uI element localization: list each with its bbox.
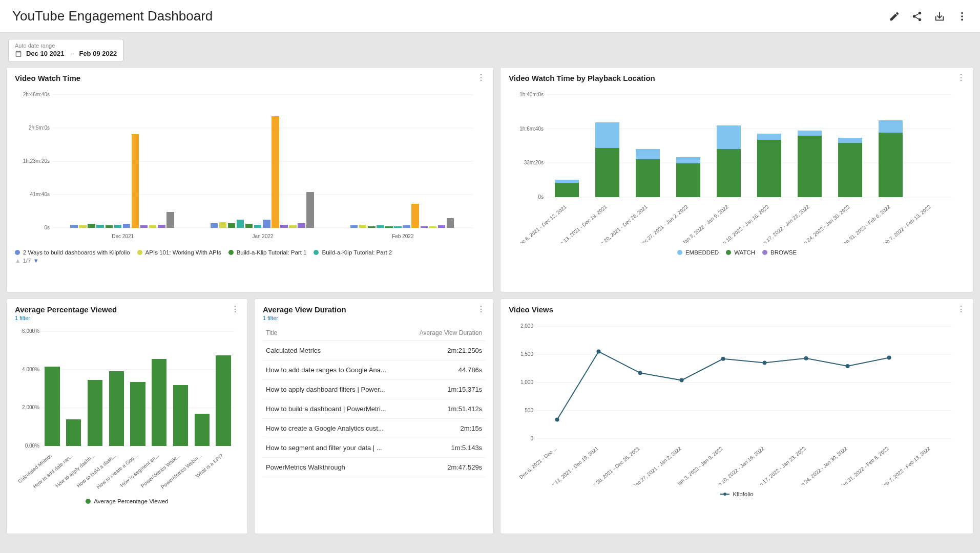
svg-text:33m:20s: 33m:20s: [524, 160, 544, 165]
svg-text:How to create a Goo...: How to create a Goo...: [96, 453, 139, 490]
svg-text:PowerMetrics Walkt...: PowerMetrics Walkt...: [140, 453, 181, 488]
svg-text:How to add date ran...: How to add date ran...: [32, 453, 74, 490]
svg-text:4,000%: 4,000%: [22, 367, 39, 372]
legend-label: Average Percentage Viewed: [94, 498, 168, 504]
legend-label: Klipfolio: [733, 491, 753, 497]
svg-point-126: [638, 371, 642, 375]
svg-rect-72: [717, 149, 741, 197]
card-playback: Video Watch Time by Playback Location ⋮ …: [500, 67, 974, 292]
svg-text:PowerMetrics Webin...: PowerMetrics Webin...: [160, 453, 203, 490]
svg-text:1,500: 1,500: [520, 351, 533, 357]
date-range-picker[interactable]: Auto date range Dec 10 2021 → Feb 09 202…: [8, 39, 123, 62]
date-end: Feb 09 2022: [79, 50, 117, 57]
svg-rect-49: [438, 225, 446, 228]
svg-rect-16: [96, 225, 104, 228]
card-subtitle: 1 filter: [15, 315, 117, 321]
svg-text:How to segment an...: How to segment an...: [119, 453, 160, 488]
svg-rect-64: [595, 122, 619, 148]
svg-text:0s: 0s: [44, 225, 50, 230]
card-menu-icon[interactable]: ⋮: [957, 74, 965, 82]
legend-item[interactable]: WATCH: [726, 249, 755, 256]
legend-pager[interactable]: ▲ 1/7 ▼: [15, 258, 485, 264]
svg-text:Jan 2022: Jan 2022: [252, 233, 274, 239]
svg-text:2,000: 2,000: [520, 323, 533, 329]
card-menu-icon[interactable]: ⋮: [957, 305, 965, 313]
table-row[interactable]: How to apply dashboard filters | Power..…: [263, 380, 485, 399]
svg-text:1h:40m:0s: 1h:40m:0s: [519, 92, 544, 97]
table-row[interactable]: How to add date ranges to Google Ana...4…: [263, 360, 485, 380]
svg-point-128: [721, 357, 725, 361]
svg-text:Jan 3, 2022 - Jan 9, 2022: Jan 3, 2022 - Jan 9, 2022: [681, 204, 729, 243]
legend-item[interactable]: Average Percentage Viewed: [86, 498, 168, 504]
svg-rect-66: [636, 159, 660, 197]
svg-rect-78: [798, 136, 822, 197]
table-row[interactable]: PowerMetrics Walkthrough2m:47.529s: [263, 458, 485, 477]
svg-text:0s: 0s: [538, 194, 544, 200]
svg-point-1: [961, 15, 963, 17]
svg-point-130: [804, 356, 808, 360]
svg-rect-50: [447, 218, 454, 228]
card-views: Video Views ⋮ 05001,0001,5002,000Dec 6, …: [500, 299, 974, 534]
table-row[interactable]: How to segment and filter your data | ..…: [263, 438, 485, 458]
legend-item[interactable]: APIs 101: Working With APIs: [137, 249, 221, 256]
chart-playback: 0s33m:20s1h:6m:40s1h:40m:0sDec 6, 2021 -…: [509, 87, 965, 245]
svg-rect-73: [717, 125, 741, 149]
svg-rect-40: [359, 225, 367, 228]
legend-label: WATCH: [734, 249, 755, 256]
dashboard-grid: Video Watch Time ⋮ 0s41m:40s1h:23m:20s2h…: [0, 67, 980, 540]
legend-dot-icon: [137, 250, 142, 255]
svg-point-132: [887, 356, 891, 360]
card-watch-time: Video Watch Time ⋮ 0s41m:40s1h:23m:20s2h…: [6, 67, 494, 292]
table-row[interactable]: How to create a Google Analytics cust...…: [263, 419, 485, 438]
card-avg-pct: Average Percentage Viewed 1 filter ⋮ 0.0…: [6, 299, 248, 534]
legend-label: APIs 101: Working With APIs: [145, 249, 221, 256]
svg-rect-46: [411, 204, 419, 228]
legend-item[interactable]: BROWSE: [762, 249, 797, 256]
card-menu-icon[interactable]: ⋮: [477, 305, 485, 313]
share-icon[interactable]: [911, 11, 923, 22]
svg-rect-15: [88, 224, 95, 228]
legend-dot-icon: [15, 250, 20, 255]
svg-rect-39: [350, 225, 358, 228]
svg-rect-26: [211, 223, 218, 228]
card-menu-icon[interactable]: ⋮: [231, 305, 239, 313]
table-header[interactable]: Average View Duration: [407, 325, 485, 341]
card-menu-icon[interactable]: ⋮: [477, 74, 485, 82]
table-cell: 2m:15s: [407, 419, 485, 438]
svg-rect-69: [676, 163, 700, 197]
card-title: Video Watch Time by Playback Location: [509, 74, 655, 82]
svg-rect-63: [595, 148, 619, 197]
table-cell: 1m:51.412s: [407, 399, 485, 419]
legend-item[interactable]: EMBEDDED: [677, 249, 719, 256]
export-icon[interactable]: [934, 11, 945, 22]
svg-rect-44: [394, 226, 402, 228]
pager-prev-icon[interactable]: ▲: [15, 258, 20, 264]
table-avg-dur: TitleAverage View DurationCalculated Met…: [263, 325, 485, 477]
legend-item[interactable]: Klipfolio: [720, 491, 753, 497]
card-avg-dur: Average View Duration 1 filter ⋮ TitleAv…: [254, 299, 494, 534]
table-cell: PowerMetrics Walkthrough: [263, 458, 407, 477]
edit-icon[interactable]: [889, 11, 900, 22]
svg-point-124: [555, 418, 559, 422]
legend-dot-icon: [314, 250, 319, 255]
svg-rect-23: [158, 225, 165, 228]
table-row[interactable]: How to build a dashboard | PowerMetri...…: [263, 399, 485, 419]
more-icon[interactable]: [956, 11, 968, 22]
svg-point-0: [961, 12, 963, 14]
date-auto-label: Auto date range: [15, 42, 117, 49]
legend-label: BROWSE: [770, 249, 797, 256]
svg-rect-35: [289, 225, 297, 228]
svg-rect-104: [130, 382, 145, 446]
svg-point-2: [961, 18, 963, 20]
date-start: Dec 10 2021: [26, 50, 64, 57]
table-header[interactable]: Title: [263, 325, 407, 341]
chart-avg-pct: 0.00%2,000%4,000%6,000%Calculated Metric…: [15, 325, 239, 494]
pager-next-icon[interactable]: ▼: [33, 258, 38, 264]
legend-label: EMBEDDED: [685, 249, 719, 256]
legend-item[interactable]: 2 Ways to build dashboards with Klipfoli…: [15, 249, 130, 256]
chart-views: 05001,0001,5002,000Dec 6, 2021 - Dec ...…: [509, 318, 965, 487]
svg-rect-67: [636, 149, 660, 159]
legend-item[interactable]: Build-a-Klip Tutorial: Part 1: [228, 249, 307, 256]
table-row[interactable]: Calculated Metrics2m:21.250s: [263, 341, 485, 360]
legend-item[interactable]: Build-a-Klip Tutorial: Part 2: [314, 249, 392, 256]
